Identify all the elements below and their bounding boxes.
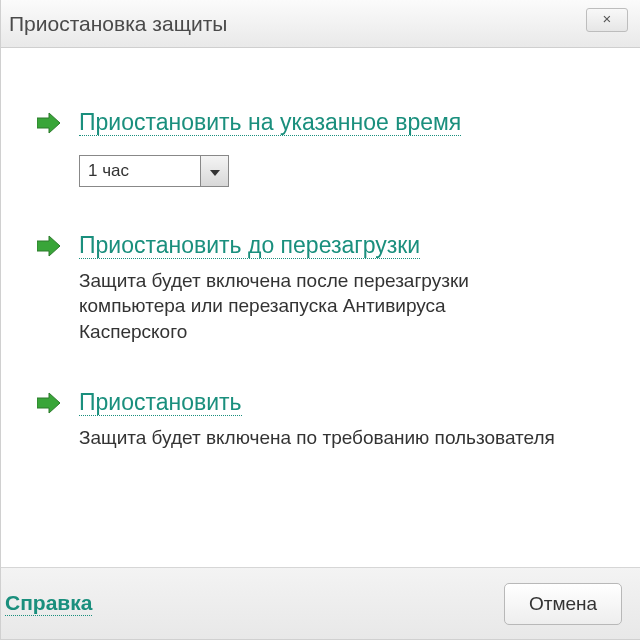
- pause-for-time-link[interactable]: Приостановить на указанное время: [79, 109, 461, 136]
- svg-marker-2: [37, 236, 60, 256]
- svg-marker-1: [210, 170, 220, 176]
- duration-dropdown[interactable]: 1 час: [79, 155, 229, 187]
- svg-marker-3: [37, 393, 60, 413]
- cancel-button[interactable]: Отмена: [504, 583, 622, 625]
- close-icon: ×: [603, 10, 612, 27]
- option-body: Приостановить на указанное время 1 час: [79, 108, 604, 187]
- dropdown-button[interactable]: [200, 156, 228, 186]
- pause-desc: Защита будет включена по требованию поль…: [79, 425, 559, 451]
- pause-protection-dialog: Приостановка защиты × Приостановить на у…: [0, 0, 640, 640]
- option-pause: Приостановить Защита будет включена по т…: [37, 388, 604, 450]
- window-title: Приостановка защиты: [9, 12, 227, 36]
- option-pause-for-time: Приостановить на указанное время 1 час: [37, 108, 604, 187]
- pause-link[interactable]: Приостановить: [79, 389, 242, 416]
- footer: Справка Отмена: [1, 567, 640, 639]
- option-body: Приостановить до перезагрузки Защита буд…: [79, 231, 604, 345]
- arrow-right-icon: [37, 112, 65, 134]
- help-link[interactable]: Справка: [5, 591, 92, 616]
- option-pause-until-reboot: Приостановить до перезагрузки Защита буд…: [37, 231, 604, 345]
- duration-value: 1 час: [80, 156, 200, 186]
- arrow-right-icon: [37, 235, 65, 257]
- svg-marker-0: [37, 113, 60, 133]
- window-close-button[interactable]: ×: [586, 8, 628, 32]
- pause-until-reboot-link[interactable]: Приостановить до перезагрузки: [79, 232, 420, 259]
- arrow-right-icon: [37, 392, 65, 414]
- titlebar: Приостановка защиты ×: [1, 0, 640, 48]
- option-body: Приостановить Защита будет включена по т…: [79, 388, 604, 450]
- chevron-down-icon: [210, 162, 220, 180]
- pause-until-reboot-desc: Защита будет включена после перезагрузки…: [79, 268, 559, 345]
- content-area: Приостановить на указанное время 1 час: [1, 48, 640, 567]
